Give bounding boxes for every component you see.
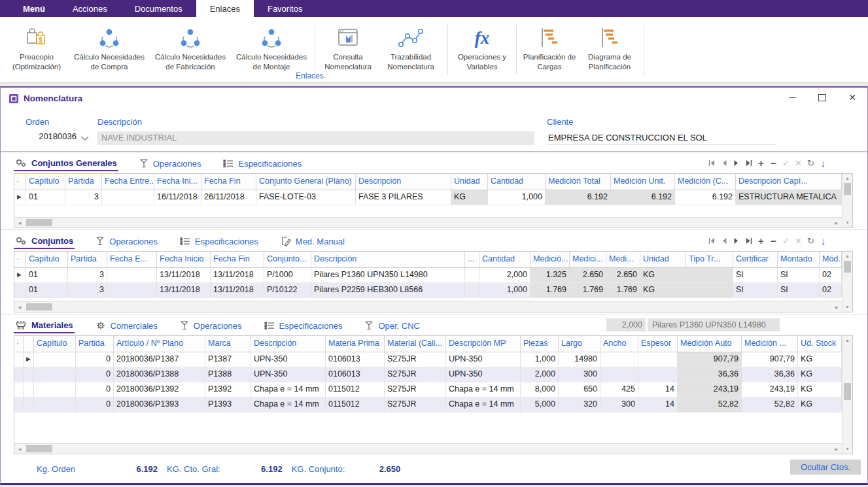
column-header[interactable]: Artículo / Nº Plano	[114, 336, 205, 352]
scroll-right-icon[interactable]: ▸	[831, 304, 842, 311]
scroll-up-icon[interactable]: ▴	[846, 174, 848, 183]
cancel-icon[interactable]: ✕	[792, 158, 805, 168]
column-header[interactable]: Piezas	[521, 336, 559, 352]
ocultar-ctos-button[interactable]: Ocultar Ctos.	[790, 460, 861, 475]
column-header[interactable]: Medición Unit.	[611, 174, 675, 190]
column-header[interactable]: Conjunto...	[264, 252, 311, 267]
calculo-compra-button[interactable]: Cálculo Necesidades de Compra	[70, 24, 148, 72]
horizontal-scrollbar[interactable]: ◂ ▸	[14, 301, 842, 312]
preacopio-button[interactable]: $ Preacopio (Optimización)	[5, 24, 69, 72]
grid-cell[interactable]: 2,000	[521, 367, 559, 382]
grid-cell[interactable]: SI	[778, 268, 820, 282]
grid-cell[interactable]: 5,000	[521, 397, 559, 412]
grid-cell[interactable]: 02	[820, 268, 842, 282]
first-record-icon[interactable]	[705, 160, 718, 167]
grid-cell[interactable]: 0	[76, 367, 114, 382]
grid-cell[interactable]: Chapa e = 14 mm	[251, 382, 326, 397]
column-header[interactable]: Conjunto General (Plano)	[256, 174, 356, 190]
planificacion-cargas-button[interactable]: Planificación de Cargas	[521, 24, 578, 72]
last-record-icon[interactable]	[742, 160, 755, 167]
grid-cell[interactable]: 3	[68, 283, 107, 297]
operaciones-variables-button[interactable]: fx Operaciones y Variables	[452, 24, 512, 72]
row-marker-header[interactable]: ▪	[14, 252, 26, 267]
scroll-up-icon[interactable]: ▴	[846, 252, 848, 261]
add-record-icon[interactable]: +	[755, 235, 767, 246]
grid-cell[interactable]: 3	[65, 190, 102, 205]
tab-med-manual[interactable]: Med. Manual	[279, 233, 346, 248]
grid-cell[interactable]: 36,36	[742, 367, 798, 382]
add-record-icon[interactable]: +	[755, 158, 767, 169]
active-row-arrow[interactable]: ▶	[24, 352, 34, 367]
tab-conjuntos[interactable]: Conjuntos	[14, 232, 75, 249]
column-header[interactable]: Ancho	[600, 336, 638, 352]
grid-cell[interactable]: KG	[451, 190, 488, 205]
grid-cell[interactable]: UPN-350	[251, 352, 326, 367]
grid-cell[interactable]: P/1000	[264, 268, 311, 282]
tab-materiales[interactable]: Materiales	[14, 317, 75, 333]
grid-cell[interactable]: FASE-LOTE-03	[256, 190, 356, 205]
last-record-icon[interactable]	[742, 237, 755, 244]
grid-cell[interactable]: S275JR	[385, 352, 446, 367]
grid-cell[interactable]: P1392	[205, 382, 251, 397]
refresh-icon[interactable]: ↻	[805, 158, 817, 168]
grid-cell[interactable]: 650	[559, 382, 600, 397]
column-header[interactable]: Fecha E...	[107, 252, 157, 267]
tab-especificaciones-1[interactable]: Especificaciones	[222, 156, 303, 171]
row-marker-header[interactable]	[24, 336, 34, 352]
grid-cell[interactable]: Chapa e = 14 mm	[446, 382, 521, 397]
column-header[interactable]: Tipo Tr...	[686, 252, 733, 267]
column-header[interactable]: Material (Cali...	[385, 336, 446, 352]
grid-cell[interactable]: 16/11/2018	[154, 190, 201, 205]
scrollbar-thumb[interactable]	[844, 383, 851, 400]
vertical-scrollbar[interactable]: ▴ ▾	[842, 174, 852, 227]
consulta-nomenclatura-button[interactable]: Consulta Nomenclatura	[319, 24, 377, 72]
active-row-arrow[interactable]	[24, 397, 34, 412]
grid-cell[interactable]: P1388	[205, 367, 251, 382]
column-header[interactable]: Capítulo	[34, 336, 76, 352]
column-header[interactable]: Medi...	[606, 252, 640, 267]
grid-cell[interactable]	[34, 367, 76, 382]
column-header[interactable]: Espesor	[638, 336, 678, 352]
grid-cell[interactable]: 13/11/2018	[211, 268, 264, 282]
scroll-left-icon[interactable]: ◂	[14, 304, 25, 311]
column-header[interactable]: Capítulo	[26, 252, 68, 267]
close-button[interactable]: ✕	[837, 88, 867, 107]
table-row[interactable]: 01313/11/201813/11/2018P/10122Pilares P2…	[14, 283, 842, 298]
grid-cell[interactable]	[465, 283, 479, 297]
grid-cell[interactable]: 6.192	[546, 190, 611, 205]
grid-cell[interactable]	[14, 352, 24, 367]
grid-cell[interactable]: P1393	[205, 397, 251, 412]
column-header[interactable]: Cantidad	[479, 252, 530, 267]
grid-cell[interactable]: 02	[820, 283, 842, 297]
column-header[interactable]: Marca	[205, 336, 251, 352]
table-row[interactable]: 020180036/P1392P1392Chapa e = 14 mm01150…	[14, 382, 842, 397]
table-row[interactable]: 020180036/P1393P1393Chapa e = 14 mm01150…	[14, 397, 842, 412]
column-header[interactable]: ...	[465, 252, 479, 267]
column-header[interactable]: Descripción	[251, 336, 326, 352]
vertical-scrollbar[interactable]: ▴ ▾	[842, 252, 852, 312]
grid-cell[interactable]: FASE 3 PILARES	[356, 190, 451, 205]
column-header[interactable]: Mód. C...	[820, 252, 842, 267]
grid-cell[interactable]: S275JR	[385, 382, 446, 397]
previous-record-icon[interactable]	[718, 160, 730, 167]
column-header[interactable]: Certificar	[733, 252, 778, 267]
accept-icon[interactable]: ✓	[780, 236, 792, 246]
column-header[interactable]: Capítulo	[26, 174, 65, 190]
grid-cell[interactable]: 01	[26, 190, 65, 205]
grid-cell[interactable]: 907,79	[678, 352, 742, 367]
tab-operaciones-3[interactable]: Operaciones	[179, 317, 243, 333]
tab-oper-cnc[interactable]: Oper. CNC	[363, 317, 421, 333]
menu-tab-acciones[interactable]: Acciones	[59, 0, 121, 17]
grid-cell[interactable]: Chapa e = 14 mm	[446, 397, 521, 412]
table-row[interactable]: ▶020180036/P1387P1387UPN-3500106013S275J…	[14, 352, 842, 367]
grid-cell[interactable]: SI	[733, 283, 778, 297]
grid-cell[interactable]	[34, 397, 76, 412]
grid-cell[interactable]: 20180036/P1392	[114, 382, 205, 397]
grid-cell[interactable]: KG	[798, 367, 842, 382]
grid-cell[interactable]: Pilares P1360 UPN350 L14980	[311, 268, 465, 282]
grid-cell[interactable]: 2,000	[479, 268, 530, 282]
row-marker-header[interactable]: ▪	[14, 174, 26, 190]
orden-value[interactable]: 20180036	[26, 131, 77, 141]
scroll-down-icon[interactable]: ▾	[846, 445, 848, 454]
scroll-left-icon[interactable]: ◂	[14, 446, 25, 452]
